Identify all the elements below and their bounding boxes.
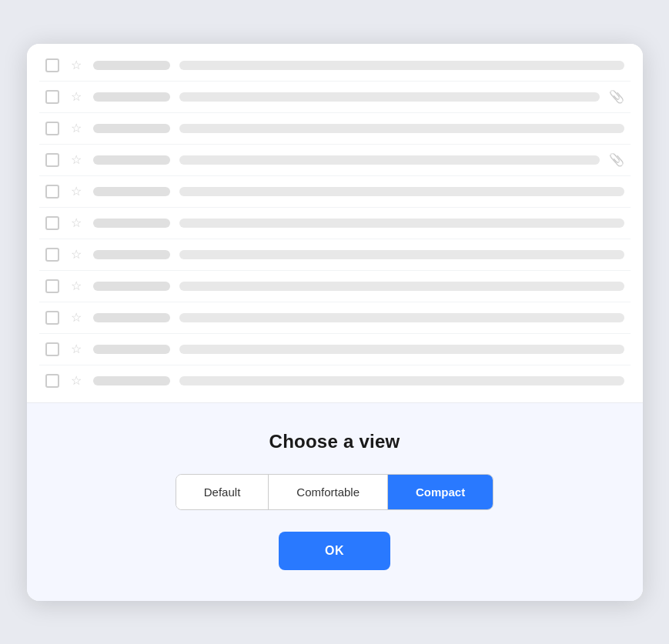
email-row[interactable]: ☆ bbox=[39, 208, 631, 239]
email-row[interactable]: ☆ bbox=[39, 334, 631, 365]
star-icon[interactable]: ☆ bbox=[69, 121, 84, 136]
checkbox[interactable] bbox=[45, 374, 59, 388]
ok-button[interactable]: OK bbox=[279, 532, 390, 570]
view-option-default[interactable]: Default bbox=[176, 475, 269, 509]
sender-placeholder bbox=[93, 313, 170, 322]
subject-placeholder bbox=[179, 155, 600, 165]
checkbox[interactable] bbox=[45, 311, 59, 325]
checkbox[interactable] bbox=[45, 153, 59, 167]
email-row[interactable]: ☆📎 bbox=[39, 82, 631, 113]
email-row[interactable]: ☆ bbox=[39, 113, 631, 145]
email-row[interactable]: ☆📎 bbox=[39, 145, 631, 176]
star-icon[interactable]: ☆ bbox=[69, 247, 84, 262]
subject-placeholder bbox=[179, 61, 624, 70]
view-option-comfortable[interactable]: Comfortable bbox=[269, 475, 388, 509]
dialog-area: Choose a view Default Comfortable Compac… bbox=[27, 403, 643, 601]
checkbox[interactable] bbox=[45, 279, 59, 293]
subject-placeholder bbox=[179, 219, 624, 228]
sender-placeholder bbox=[93, 187, 170, 196]
star-icon[interactable]: ☆ bbox=[69, 58, 84, 73]
email-row[interactable]: ☆ bbox=[39, 365, 631, 396]
checkbox[interactable] bbox=[45, 185, 59, 199]
subject-placeholder bbox=[179, 313, 624, 322]
email-row[interactable]: ☆ bbox=[39, 50, 631, 82]
subject-placeholder bbox=[179, 92, 600, 102]
subject-placeholder bbox=[179, 376, 624, 385]
star-icon[interactable]: ☆ bbox=[69, 152, 84, 168]
subject-placeholder bbox=[179, 345, 624, 354]
star-icon[interactable]: ☆ bbox=[69, 310, 84, 325]
checkbox[interactable] bbox=[45, 90, 59, 104]
email-list: ☆☆📎☆☆📎☆☆☆☆☆☆☆ bbox=[27, 44, 643, 403]
email-row[interactable]: ☆ bbox=[39, 239, 631, 271]
star-icon[interactable]: ☆ bbox=[69, 279, 84, 294]
star-icon[interactable]: ☆ bbox=[69, 215, 84, 231]
attachment-icon: 📎 bbox=[609, 89, 624, 104]
sender-placeholder bbox=[93, 219, 170, 228]
sender-placeholder bbox=[93, 282, 170, 291]
dialog-title: Choose a view bbox=[269, 431, 400, 452]
email-row[interactable]: ☆ bbox=[39, 176, 631, 208]
sender-placeholder bbox=[93, 250, 170, 259]
checkbox[interactable] bbox=[45, 216, 59, 230]
sender-placeholder bbox=[93, 124, 170, 133]
star-icon[interactable]: ☆ bbox=[69, 89, 84, 105]
attachment-icon: 📎 bbox=[609, 152, 624, 167]
modal-container: ☆☆📎☆☆📎☆☆☆☆☆☆☆ Choose a view Default Comf… bbox=[27, 44, 643, 601]
sender-placeholder bbox=[93, 376, 170, 385]
star-icon[interactable]: ☆ bbox=[69, 373, 84, 389]
checkbox[interactable] bbox=[45, 58, 59, 72]
sender-placeholder bbox=[93, 345, 170, 354]
sender-placeholder bbox=[93, 155, 170, 165]
sender-placeholder bbox=[93, 61, 170, 70]
star-icon[interactable]: ☆ bbox=[69, 184, 84, 199]
view-options: Default Comfortable Compact bbox=[176, 474, 493, 510]
checkbox[interactable] bbox=[45, 122, 59, 135]
email-row[interactable]: ☆ bbox=[39, 271, 631, 302]
subject-placeholder bbox=[179, 282, 624, 291]
view-option-compact[interactable]: Compact bbox=[388, 475, 493, 509]
subject-placeholder bbox=[179, 187, 624, 196]
subject-placeholder bbox=[179, 250, 624, 259]
star-icon[interactable]: ☆ bbox=[69, 342, 84, 357]
subject-placeholder bbox=[179, 124, 624, 133]
email-row[interactable]: ☆ bbox=[39, 302, 631, 334]
sender-placeholder bbox=[93, 92, 170, 102]
checkbox[interactable] bbox=[45, 248, 59, 262]
checkbox[interactable] bbox=[45, 342, 59, 356]
